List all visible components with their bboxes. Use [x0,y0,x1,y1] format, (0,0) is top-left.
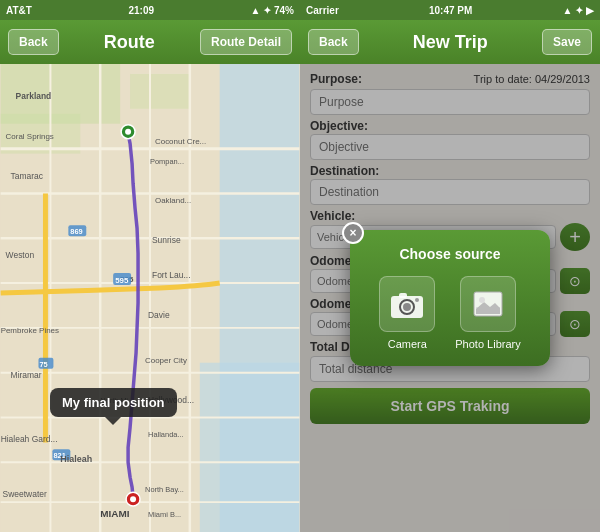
svg-text:75: 75 [39,360,47,369]
svg-rect-2 [200,363,300,532]
position-tooltip: My final position [50,388,177,417]
camera-icon-svg [389,289,425,319]
time-left: 21:09 [128,5,154,16]
svg-text:Sunrise: Sunrise [152,235,181,245]
nav-bar-left: Back Route Route Detail [0,20,300,64]
svg-text:Oakland...: Oakland... [155,196,191,205]
svg-point-51 [125,129,131,135]
svg-text:Miami B...: Miami B... [148,510,181,519]
svg-text:Cooper City: Cooper City [145,356,187,365]
carrier-left: AT&T [6,5,32,16]
save-button[interactable]: Save [542,29,592,55]
svg-text:Weston: Weston [6,250,35,260]
svg-text:North Bay...: North Bay... [145,485,184,494]
svg-text:Hallanda...: Hallanda... [148,430,184,439]
page-title-left: Route [104,32,155,53]
svg-text:Pompan...: Pompan... [150,157,184,166]
svg-point-53 [130,496,136,502]
svg-text:Sweetwater: Sweetwater [3,489,47,499]
photo-library-option[interactable]: Photo Library [455,276,520,350]
camera-option[interactable]: Camera [379,276,435,350]
photo-library-label: Photo Library [455,338,520,350]
photo-library-icon-svg [470,289,506,319]
page-title-right: New Trip [413,32,488,53]
svg-text:Fort Lau...: Fort Lau... [152,270,191,280]
svg-text:869: 869 [70,227,82,236]
svg-text:MIAMI: MIAMI [100,508,129,519]
choose-source-modal: × Choose source [350,230,550,366]
right-panel: Carrier 10:47 PM ▲ ✦ ▶ Back New Trip Sav… [300,0,600,532]
icons-left: ▲ ✦ 74% [251,5,294,16]
carrier-right: Carrier [306,5,339,16]
back-button-left[interactable]: Back [8,29,59,55]
camera-icon-box [379,276,435,332]
modal-overlay[interactable]: × Choose source [300,64,600,532]
svg-text:595: 595 [115,276,129,285]
back-button-right[interactable]: Back [308,29,359,55]
modal-options: Camera Photo L [370,276,530,350]
photo-library-icon-box [460,276,516,332]
svg-point-62 [479,297,485,303]
svg-rect-57 [399,293,407,298]
svg-text:Parkland: Parkland [16,91,52,101]
icons-right: ▲ ✦ ▶ [563,5,594,16]
time-right: 10:47 PM [429,5,472,16]
modal-close-button[interactable]: × [342,222,364,244]
camera-label: Camera [388,338,427,350]
svg-text:Hialeah: Hialeah [60,454,92,464]
svg-text:Davie: Davie [148,310,170,320]
tooltip-text: My final position [62,395,165,410]
nav-bar-right: Back New Trip Save [300,20,600,64]
map-area[interactable]: 595 595 75 821 869 Parkland Coral Spring… [0,64,300,532]
route-detail-button[interactable]: Route Detail [200,29,292,55]
svg-point-56 [403,303,411,311]
status-bar-right: Carrier 10:47 PM ▲ ✦ ▶ [300,0,600,20]
svg-rect-5 [130,74,190,109]
status-bar-left: AT&T 21:09 ▲ ✦ 74% [0,0,300,20]
svg-point-58 [415,298,419,302]
svg-text:Coral Springs: Coral Springs [6,132,54,141]
map-svg: 595 595 75 821 869 Parkland Coral Spring… [0,64,300,532]
left-panel: AT&T 21:09 ▲ ✦ 74% Back Route Route Deta… [0,0,300,532]
svg-text:Tamarac: Tamarac [11,171,43,181]
svg-text:Coconut Cre...: Coconut Cre... [155,137,206,146]
modal-title: Choose source [370,246,530,262]
svg-text:Hialeah Gard...: Hialeah Gard... [1,434,58,444]
svg-text:Miramar: Miramar [11,370,42,380]
svg-text:Pembroke Pines: Pembroke Pines [1,326,59,335]
form-area: Purpose: Trip to date: 04/29/2013 Object… [300,64,600,532]
